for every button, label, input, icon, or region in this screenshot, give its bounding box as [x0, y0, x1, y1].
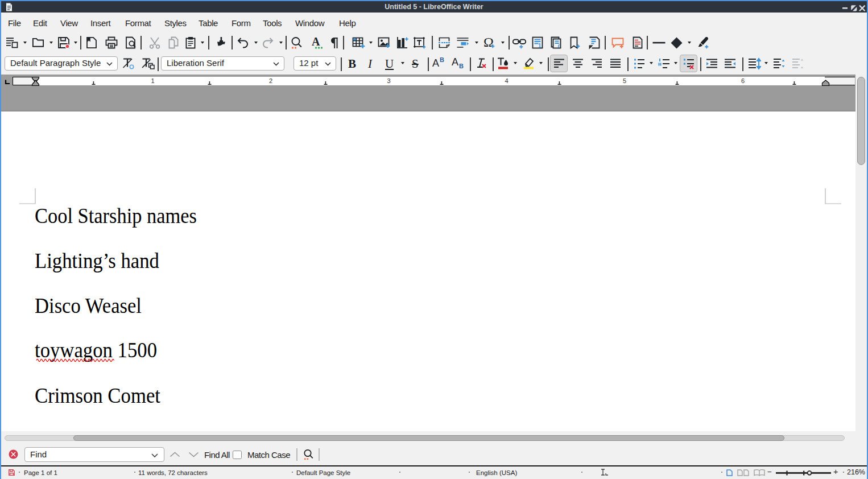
svg-text:3: 3: [387, 77, 390, 84]
svg-text:5: 5: [623, 77, 626, 84]
svg-text:6: 6: [741, 77, 745, 84]
svg-text:1: 1: [151, 77, 154, 84]
svg-text:4: 4: [505, 77, 508, 84]
svg-text:2: 2: [269, 77, 272, 84]
